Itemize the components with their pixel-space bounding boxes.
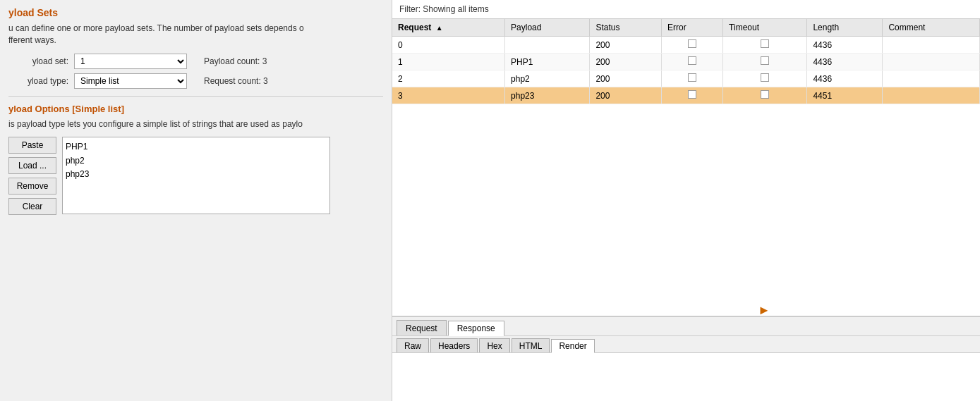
sort-arrow-icon: ▲ <box>436 24 443 32</box>
payload-sets-title: yload Sets <box>8 7 383 18</box>
table-cell <box>883 87 980 104</box>
right-panel: Filter: Showing all items Request ▲ Payl… <box>392 0 980 401</box>
table-cell: php23 <box>505 87 590 104</box>
bottom-panel: Request Response Raw Headers Hex HTML Re… <box>392 316 980 401</box>
table-cell: 0 <box>392 37 505 54</box>
request-count-info: Request count: 3 <box>204 76 268 86</box>
checkbox-icon <box>761 90 769 99</box>
sub-tab-row: Raw Headers Hex HTML Render <box>392 336 980 353</box>
checkbox-icon <box>688 39 696 48</box>
table-cell: 200 <box>590 70 662 87</box>
col-timeout[interactable]: Timeout <box>723 19 807 37</box>
checkbox-icon <box>761 56 769 65</box>
table-cell: 200 <box>590 87 662 104</box>
subtab-render[interactable]: Render <box>551 339 594 353</box>
subtab-html[interactable]: HTML <box>512 338 550 352</box>
error-checkbox[interactable] <box>662 70 723 87</box>
load-button[interactable]: Load ... <box>8 157 56 174</box>
col-comment[interactable]: Comment <box>883 19 980 37</box>
checkbox-icon <box>688 90 696 99</box>
table-cell <box>883 37 980 54</box>
col-payload[interactable]: Payload <box>505 19 590 37</box>
col-request[interactable]: Request ▲ <box>392 19 505 37</box>
table-cell: 4436 <box>807 37 883 54</box>
table-cell: php2 <box>505 70 590 87</box>
table-cell: 200 <box>590 37 662 54</box>
error-checkbox[interactable] <box>662 54 723 70</box>
payload-sets-desc: u can define one or more payload sets. T… <box>8 23 383 47</box>
table-cell: 2 <box>392 70 505 87</box>
table-cell: 1 <box>392 54 505 70</box>
payload-type-select[interactable]: Simple list Runtime file Custom iterator <box>74 73 187 89</box>
payload-count-info: Payload count: 3 <box>204 56 267 66</box>
table-row[interactable]: 3php232004451 <box>392 87 980 104</box>
bottom-tab-row: Request Response <box>392 317 980 336</box>
tab-request[interactable]: Request <box>397 320 447 335</box>
checkbox-icon <box>761 39 769 48</box>
payload-options-desc: is payload type lets you configure a sim… <box>8 118 383 130</box>
filter-bar: Filter: Showing all items <box>392 0 980 19</box>
payload-options-title: yload Options [Simple list] <box>8 104 383 114</box>
col-error[interactable]: Error <box>662 19 723 37</box>
table-cell: PHP1 <box>505 54 590 70</box>
paste-button[interactable]: Paste <box>8 137 56 154</box>
table-row[interactable]: 2php22004436 <box>392 70 980 87</box>
subtab-raw[interactable]: Raw <box>397 338 429 352</box>
table-row[interactable]: 1PHP12004436 <box>392 54 980 70</box>
table-cell <box>883 54 980 70</box>
timeout-checkbox[interactable] <box>723 70 807 87</box>
payload-list-textarea[interactable]: PHP1 php2 php23 <box>62 137 330 214</box>
payload-set-label: yload set: <box>8 56 68 66</box>
left-panel: yload Sets u can define one or more payl… <box>0 0 392 401</box>
payload-type-row: yload type: Simple list Runtime file Cus… <box>8 73 383 89</box>
results-tbody: 020044361PHP120044362php220044363php2320… <box>392 37 980 104</box>
table-cell: 3 <box>392 87 505 104</box>
table-row[interactable]: 02004436 <box>392 37 980 54</box>
payload-set-row: yload set: 1 2 Payload count: 3 <box>8 54 383 69</box>
error-checkbox[interactable] <box>662 37 723 54</box>
checkbox-icon <box>688 56 696 65</box>
payload-buttons: Paste Load ... Remove Clear <box>8 137 56 215</box>
checkbox-icon <box>761 73 769 82</box>
arrow-right-icon: ► <box>758 303 770 318</box>
table-header-row: Request ▲ Payload Status Error Timeout L… <box>392 19 980 37</box>
col-length[interactable]: Length <box>807 19 883 37</box>
content-area <box>392 353 980 401</box>
checkbox-icon <box>688 73 696 82</box>
clear-button[interactable]: Clear <box>8 198 56 215</box>
remove-button[interactable]: Remove <box>8 178 56 195</box>
timeout-checkbox[interactable] <box>723 87 807 104</box>
payload-set-select[interactable]: 1 2 <box>74 54 187 69</box>
subtab-headers[interactable]: Headers <box>430 338 478 352</box>
table-cell <box>883 70 980 87</box>
table-cell: 200 <box>590 54 662 70</box>
error-checkbox[interactable] <box>662 87 723 104</box>
divider <box>8 96 383 97</box>
tab-response[interactable]: Response <box>448 321 504 336</box>
table-cell: 4451 <box>807 87 883 104</box>
payload-type-label: yload type: <box>8 76 68 86</box>
payload-list-area: Paste Load ... Remove Clear PHP1 php2 ph… <box>8 137 383 215</box>
results-table-wrapper: Request ▲ Payload Status Error Timeout L… <box>392 19 980 316</box>
table-cell <box>505 37 590 54</box>
timeout-checkbox[interactable] <box>723 54 807 70</box>
table-cell: 4436 <box>807 70 883 87</box>
timeout-checkbox[interactable] <box>723 37 807 54</box>
subtab-hex[interactable]: Hex <box>479 338 509 352</box>
table-cell: 4436 <box>807 54 883 70</box>
col-status[interactable]: Status <box>590 19 662 37</box>
results-table: Request ▲ Payload Status Error Timeout L… <box>392 19 980 104</box>
